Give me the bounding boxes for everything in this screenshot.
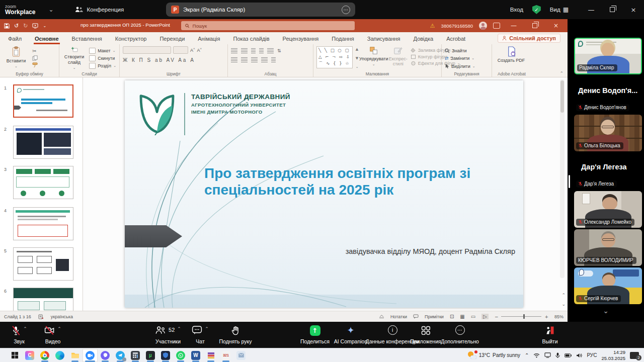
shrink-font-button[interactable]: А˅ [197,47,202,53]
find-button[interactable]: Знайти [445,48,475,53]
zoom-in-icon[interactable]: + [544,314,548,319]
language-switch[interactable]: РУС [587,352,597,358]
reset-button[interactable]: Скинути [89,55,116,61]
sidebar-scroll-down-icon[interactable]: ⌄ [568,307,644,315]
bullets-icon[interactable] [231,48,237,53]
shapes-scroll-down-icon[interactable]: ▼ [356,56,359,60]
zoom-percentage[interactable]: 85% [554,314,564,319]
participant-tile-denys[interactable]: Денис Водоп'я... Денис Водоп'янов [574,76,642,113]
shapes-more-icon[interactable]: ⌄ [356,65,359,69]
calendar-app-button[interactable]: 321 [218,349,233,362]
chrome-button[interactable] [37,349,52,362]
participant-tile-daria[interactable]: Дар'я Легеза Дар'я Легеза [574,153,642,190]
numbering-icon[interactable] [241,48,248,53]
normal-view-icon[interactable]: ⊡ [450,314,454,319]
new-slide-button[interactable]: Створити слайд ⌄ [62,46,86,70]
thumbnail-4-preview[interactable] [13,207,73,240]
search-box[interactable] [181,21,355,30]
telegram-button[interactable] [113,349,128,362]
view-button[interactable]: Вид ▦ [550,6,569,13]
battery-icon[interactable] [565,353,572,357]
speaker-icon[interactable] [576,353,582,358]
select-button[interactable]: Виділити⌄ [445,63,475,69]
word-button[interactable]: W [188,349,203,362]
tab-transitions[interactable]: Переходи [158,34,186,44]
ppt-minimize-button[interactable]: — [506,19,521,32]
ppt-restore-button[interactable] [527,19,542,32]
language-indicator[interactable]: українська [51,314,73,319]
screen-share-tab[interactable]: P Экран (Радміла Скляр) ⋯ [166,3,355,17]
audio-options-icon[interactable]: ⌃ [23,326,27,331]
scrollbar-thumb[interactable] [560,80,564,113]
paste-dropdown-icon[interactable]: ⌄ [15,64,18,68]
font-size-select[interactable] [173,46,188,54]
tab-help[interactable]: Довідка [413,34,435,44]
justify-icon[interactable] [261,57,268,62]
thumbnail-3-preview[interactable] [13,166,73,199]
decrease-indent-icon[interactable] [251,48,256,53]
wifi-icon[interactable] [533,353,540,358]
tray-expand-icon[interactable]: ⌃ [525,352,529,358]
participant-tile-kiurchev-v[interactable]: КЮРЧЕВ ВОЛОДИМИР [574,229,642,266]
zoom-slider-track[interactable] [501,316,541,317]
video-options-icon[interactable]: ⌃ [57,326,61,331]
participant-tile-radmila[interactable]: Радміла Скляр [574,38,642,74]
grow-font-button[interactable]: А˄ [190,47,195,53]
quick-styles-button[interactable]: Експрес-стилі [389,46,408,70]
reading-view-icon[interactable]: ▭ [471,314,475,319]
cast-icon[interactable] [544,352,551,358]
clock[interactable]: 14:29 25.03.2025 [601,349,625,361]
vertical-scrollbar[interactable] [560,79,565,278]
current-slide[interactable]: ТАВРІЙСЬКИЙ ДЕРЖАВНИЙ АГРОТЕХНОЛОГІЧНИЙ … [125,80,523,308]
sidebar-resize-handle[interactable] [569,175,570,188]
account-avatar[interactable] [479,22,487,30]
participant-tile-serhii[interactable]: Сергій Кюрчев [574,267,642,304]
tab-view[interactable]: Подання [331,34,355,44]
participant-tile-olga[interactable]: Ольга Білоцька [574,115,642,151]
previous-slide-icon[interactable]: ⌃ [561,293,566,298]
restore-button[interactable] [602,0,623,19]
columns-icon[interactable] [271,57,276,62]
calculator-button[interactable] [128,349,143,362]
undo-icon[interactable]: ↺ [14,23,19,29]
arrange-button[interactable]: Упорядкувати ⌄ [362,46,386,70]
video-button[interactable]: ⌃ Видео [36,325,69,344]
copilot-button[interactable]: C [22,349,37,362]
utorrent-button[interactable]: µ [143,349,158,362]
whatsapp-button[interactable] [173,349,188,362]
zoom-out-icon[interactable]: − [495,314,499,319]
viber-button[interactable] [98,349,113,362]
tab-review[interactable]: Рецензування [282,34,320,44]
search-input[interactable] [193,23,351,29]
collapse-ribbon-icon[interactable]: ⌃ [559,71,564,76]
close-button[interactable]: × [623,0,644,19]
winrar-button[interactable] [203,349,218,362]
replace-button[interactable]: ⇄Замінити⌄ [445,56,475,61]
new-slide-dropdown-icon[interactable]: ⌄ [73,66,76,70]
font-format-buttons[interactable]: Ж К П S ab AV Aa А [123,57,224,63]
minimize-button[interactable]: — [581,0,602,19]
share-access-button[interactable]: Спільний доступ [498,34,560,43]
signin-link[interactable]: Вход [510,7,523,13]
format-painter-icon[interactable] [32,62,38,68]
thumbnail-1-preview[interactable] [13,84,73,118]
file-explorer-button[interactable] [67,349,83,362]
chat-options-icon[interactable]: ⌃ [205,326,209,331]
customize-qat-icon[interactable]: ⌄ [43,24,46,28]
slideshow-view-icon[interactable]: ▷ [481,314,489,319]
zoom-slider-thumb[interactable] [523,314,525,319]
thumbnail-5-preview[interactable] [13,247,73,281]
tab-recording[interactable]: Записування [366,34,401,44]
audio-button[interactable]: ⌃ Звук [4,325,34,344]
tab-home[interactable]: Основне [34,34,60,44]
participants-options-icon[interactable]: ⌃ [177,326,181,331]
redo-icon[interactable]: ↻ [23,23,28,29]
layout-button[interactable]: Макет⌄ [89,48,116,54]
participant-tile-oleksandr[interactable]: Олександр Ломейко [574,191,642,228]
slide-sorter-view-icon[interactable]: ▦ [460,314,464,319]
ppt-close-button[interactable]: × [548,19,564,32]
create-pdf-button[interactable]: Создать PDF [495,46,527,70]
section-button[interactable]: Розділ⌄ [89,63,116,69]
warning-icon[interactable]: ⚠ [430,23,435,29]
text-direction-icon[interactable]: ⇅ [277,48,281,53]
